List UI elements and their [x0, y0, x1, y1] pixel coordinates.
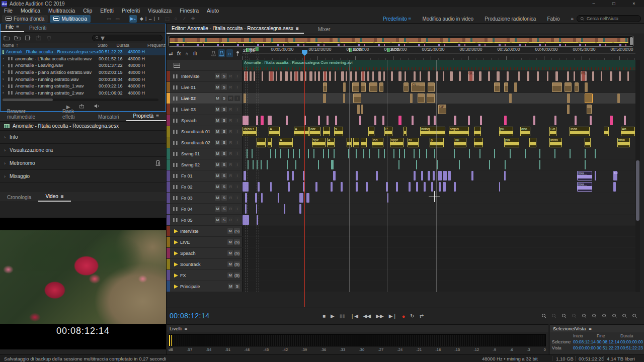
audio-clip[interactable] — [585, 160, 586, 169]
audio-clip[interactable]: spir... — [312, 138, 326, 147]
timeline-marker[interactable]: EOD — [387, 47, 399, 52]
monitor-input-button[interactable]: I — [234, 73, 240, 79]
audio-clip[interactable] — [489, 160, 490, 169]
audio-clip[interactable] — [292, 171, 294, 180]
solo-button[interactable]: S — [221, 217, 227, 223]
mute-button[interactable]: M — [215, 151, 220, 156]
audio-clip[interactable] — [459, 160, 460, 169]
audio-clip[interactable] — [617, 94, 620, 103]
audio-clip[interactable]: dar... — [309, 127, 320, 136]
arm-record-button[interactable]: R — [228, 151, 233, 156]
audio-clip[interactable] — [595, 149, 596, 158]
audio-clip[interactable]: A... — [269, 127, 280, 136]
arm-record-button[interactable]: R — [228, 217, 233, 223]
audio-clip[interactable] — [434, 149, 435, 158]
arm-record-button[interactable]: R — [228, 118, 233, 123]
play-button[interactable]: ▶ — [331, 313, 335, 319]
video-track-header[interactable] — [167, 60, 242, 70]
audio-clip[interactable] — [268, 138, 272, 147]
audio-clip[interactable] — [437, 160, 438, 169]
audio-clip[interactable] — [426, 149, 427, 158]
timeline-ruler[interactable]: 25 fps 00:05:00:0000:10:00:0000:15:00:00… — [242, 47, 635, 60]
close-button[interactable]: × — [624, 0, 644, 7]
menu-modifica[interactable]: Modifica — [21, 8, 40, 14]
arm-record-button[interactable]: R — [228, 184, 233, 190]
audio-clip[interactable] — [555, 71, 558, 81]
menu-preferiti[interactable]: Preferiti — [122, 8, 140, 14]
audio-clip[interactable] — [414, 149, 415, 158]
time-selection-tool-icon[interactable]: I — [155, 15, 163, 23]
zoom-timed-icon[interactable] — [622, 312, 627, 321]
audio-clip[interactable] — [280, 71, 282, 81]
auto-play-speaker-button[interactable] — [94, 104, 100, 110]
audio-clip[interactable] — [525, 149, 526, 158]
audio-clip[interactable] — [286, 116, 288, 125]
audio-clip[interactable] — [368, 127, 374, 136]
audio-clip[interactable] — [585, 138, 591, 147]
property-section-info[interactable]: ›Info — [0, 131, 166, 144]
expand-chevron-icon[interactable]: › — [3, 90, 6, 95]
audio-clip[interactable] — [527, 71, 529, 81]
audio-clip[interactable] — [275, 149, 276, 158]
audio-clip[interactable]: Gh... — [549, 127, 556, 136]
audio-clip[interactable] — [424, 182, 426, 192]
solo-button[interactable]: S — [221, 84, 227, 90]
audio-clip[interactable]: ind... — [372, 138, 383, 147]
monitor-input-button[interactable]: I — [234, 206, 240, 212]
workspace-overflow-icon[interactable]: » — [571, 16, 574, 22]
audio-clip[interactable] — [269, 71, 274, 81]
panel-menu-icon[interactable]: ≡ — [185, 326, 188, 331]
selection-value[interactable]: 00:51:22:23 — [620, 345, 644, 350]
audio-clip[interactable] — [323, 71, 327, 81]
audio-clip[interactable] — [376, 171, 378, 180]
audio-clip[interactable] — [280, 149, 281, 158]
timeline-marker[interactable] — [256, 47, 259, 51]
audio-clip[interactable] — [570, 149, 571, 158]
file-row[interactable]: ›Anomalie - running estratto.wav00:00:28… — [1, 76, 166, 83]
audio-clip[interactable] — [410, 94, 413, 103]
audio-clip[interactable] — [391, 71, 393, 81]
mute-button[interactable]: M — [215, 129, 220, 134]
audio-clip[interactable] — [420, 71, 421, 81]
track-lane[interactable] — [242, 270, 635, 281]
solo-button[interactable]: S — [221, 107, 227, 112]
audio-clip[interactable]: pu... — [499, 127, 513, 136]
audio-clip[interactable] — [323, 149, 324, 158]
tab-proprietà[interactable]: Proprietà≡ — [126, 112, 166, 121]
track-header[interactable]: Fx 03MSRI — [167, 193, 242, 203]
menu-file[interactable]: File — [4, 8, 13, 14]
timeline-overview-bar[interactable] — [168, 36, 634, 47]
audio-clip[interactable] — [334, 149, 335, 158]
audio-clip[interactable] — [518, 71, 520, 81]
audio-clip[interactable] — [287, 160, 288, 169]
column-stato[interactable]: Stato — [98, 43, 113, 48]
arm-record-button[interactable]: R — [228, 73, 233, 79]
arm-record-button[interactable]: R — [228, 173, 233, 178]
audio-clip[interactable] — [295, 160, 296, 169]
track-lane[interactable]: Inizio t...A...A...dar...s...P...indag..… — [242, 126, 635, 137]
audio-clip[interactable] — [505, 160, 506, 169]
audio-clip[interactable] — [284, 204, 285, 214]
track-header[interactable]: Live 02MSRI — [167, 93, 242, 104]
zoom-out-full-icon[interactable] — [572, 312, 577, 321]
snap-icon[interactable] — [218, 49, 225, 57]
audio-clip[interactable] — [250, 71, 252, 81]
audio-clip[interactable] — [619, 71, 621, 81]
track-header[interactable]: SountrackM(S) — [167, 259, 242, 269]
property-section-mixaggio[interactable]: ›Mixaggio — [0, 170, 166, 183]
playhead-line[interactable] — [304, 56, 305, 307]
audio-clip[interactable] — [590, 116, 592, 125]
track-header[interactable]: FXM(S) — [167, 270, 242, 281]
column-durata[interactable]: Durata — [113, 43, 141, 48]
audio-clip[interactable]: P... — [384, 127, 392, 136]
audio-clip[interactable] — [318, 116, 320, 125]
file-row[interactable]: ›anomalie - L'Italia occulta estratto.wa… — [1, 55, 166, 62]
monitor-input-button[interactable]: I — [234, 184, 240, 190]
audio-clip[interactable] — [587, 105, 592, 114]
audio-clip[interactable] — [355, 71, 357, 81]
audio-clip[interactable] — [539, 160, 540, 169]
track-header[interactable]: IntervisteMSRI — [167, 71, 242, 81]
property-section-metronomo[interactable]: ›Metronomo — [0, 157, 166, 170]
solo-button[interactable]: S — [221, 151, 227, 156]
audio-clip[interactable] — [514, 82, 517, 92]
